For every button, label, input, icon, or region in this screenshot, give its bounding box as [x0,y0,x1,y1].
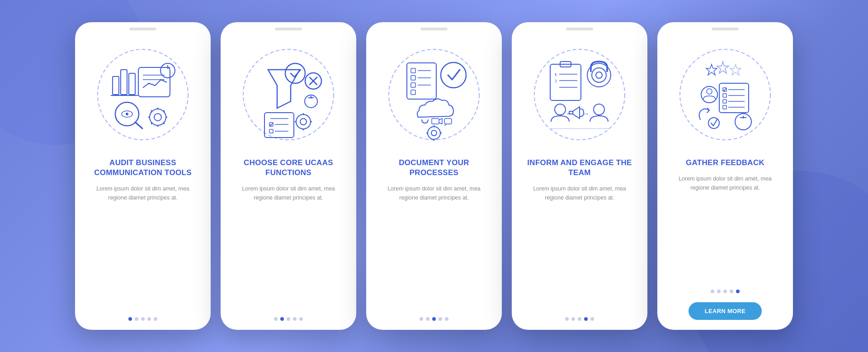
dot-3[interactable] [578,317,581,321]
svg-point-76 [596,72,602,78]
card-5-text-area: GATHER FEEDBACK Lorem ipsum dolor sit di… [657,158,793,282]
svg-text:1: 1 [555,72,557,77]
svg-rect-3 [129,73,135,95]
svg-point-14 [126,113,128,115]
card-2-title: CHOOSE CORE UCAAS FUNCTIONS [233,158,344,178]
card-5-icon-area [657,22,793,158]
card-5-desc: Lorem ipsum dolor sit dim amet, mea regi… [670,174,780,192]
card-3-text-area: DOCUMENT YOUR PROCESSES Lorem ipsum dolo… [366,158,502,310]
svg-point-86 [680,49,770,140]
cards-container: AUDIT BUSINESS COMMUNICATION TOOLS Lorem… [57,9,811,343]
svg-rect-52 [411,83,415,87]
svg-point-25 [243,49,334,140]
dot-3[interactable] [723,290,727,293]
card-2-text-area: CHOOSE CORE UCAAS FUNCTIONS Lorem ipsum … [221,158,356,310]
card-4-title: INFORM AND ENGAGE THE TEAM [524,158,635,178]
svg-rect-56 [432,119,439,124]
svg-point-75 [592,68,606,82]
document-icon [382,43,486,147]
dot-4[interactable] [439,317,442,321]
card-2-desc: Lorem ipsum dolor sit dim amet, mea regi… [233,184,344,202]
card-ucaas: CHOOSE CORE UCAAS FUNCTIONS Lorem ipsum … [221,22,356,330]
svg-rect-50 [411,76,415,80]
card-2-icon-area [221,22,356,158]
card-4-text-area: INFORM AND ENGAGE THE TEAM Lorem ipsum d… [512,158,647,310]
svg-rect-99 [723,105,726,109]
svg-point-79 [555,104,566,115]
card-3-title: DOCUMENT YOUR PROCESSES [379,158,489,178]
svg-rect-97 [723,100,726,103]
dot-4[interactable] [730,290,733,293]
dot-4[interactable] [584,317,588,321]
card-4-icon-area: 1 2 [512,22,647,158]
dot-2[interactable] [717,290,721,293]
svg-marker-89 [730,64,741,75]
card-document: DOCUMENT YOUR PROCESSES Lorem ipsum dolo… [366,22,502,330]
card-5-dots [711,290,740,293]
card-1-desc: Lorem ipsum dolor sit dim amet, mea regi… [88,184,198,202]
card-1-dots [128,317,157,321]
svg-point-80 [594,104,604,115]
svg-line-23 [163,110,165,112]
dot-1[interactable] [711,290,714,293]
svg-rect-54 [411,90,415,95]
svg-point-91 [707,89,712,94]
audit-icon [91,43,195,147]
dot-2[interactable] [426,317,429,321]
svg-point-104 [708,118,719,128]
svg-point-59 [428,127,440,139]
dot-5[interactable] [445,317,448,321]
card-1-title: AUDIT BUSINESS COMMUNICATION TOOLS [88,158,198,178]
svg-rect-38 [269,129,273,133]
svg-rect-1 [113,76,119,95]
svg-point-40 [296,114,311,129]
card-2-dots [274,317,303,321]
dot-2[interactable] [280,317,284,321]
dot-3[interactable] [141,317,145,321]
dot-5[interactable] [299,317,303,321]
dot-1[interactable] [128,317,132,321]
svg-line-12 [135,122,142,128]
dot-3[interactable] [287,317,290,321]
card-1-icon-area [75,22,211,158]
dot-5[interactable] [736,290,740,293]
svg-rect-95 [723,94,726,97]
svg-rect-57 [444,119,452,124]
card-1-text-area: AUDIT BUSINESS COMMUNICATION TOOLS Lorem… [75,158,211,310]
svg-rect-34 [264,113,294,138]
svg-marker-87 [706,64,717,75]
feedback-icon [673,43,777,147]
svg-line-22 [163,123,165,124]
svg-point-60 [431,130,437,136]
dot-1[interactable] [565,317,569,321]
svg-rect-2 [121,70,127,95]
svg-rect-5 [138,67,170,97]
dot-5[interactable] [154,317,157,321]
card-team: 1 2 [512,22,647,330]
svg-line-21 [151,110,152,112]
svg-point-41 [300,119,307,125]
dot-4[interactable] [293,317,297,321]
card-4-dots [565,317,594,321]
card-feedback: GATHER FEEDBACK Lorem ipsum dolor sit di… [657,22,793,330]
dot-1[interactable] [274,317,278,321]
dot-3[interactable] [432,317,436,321]
dot-5[interactable] [590,317,594,321]
team-icon: 1 2 [528,43,632,147]
dot-2[interactable] [135,317,138,321]
svg-point-16 [154,114,161,121]
dot-2[interactable] [571,317,575,321]
card-3-icon-area [366,22,502,158]
svg-point-0 [98,49,188,140]
dot-1[interactable] [420,317,423,321]
svg-marker-81 [573,107,580,119]
dot-4[interactable] [147,317,151,321]
svg-point-55 [441,62,466,88]
svg-point-65 [534,49,625,140]
svg-marker-88 [717,62,729,73]
svg-point-26 [285,63,305,83]
learn-more-button[interactable]: LEARN MORE [689,302,762,320]
svg-line-24 [151,123,152,124]
card-3-desc: Lorem ipsum dolor sit dim amet, mea regi… [379,184,489,202]
card-4-desc: Lorem ipsum dolor sit dim amet, mea regi… [524,184,635,202]
